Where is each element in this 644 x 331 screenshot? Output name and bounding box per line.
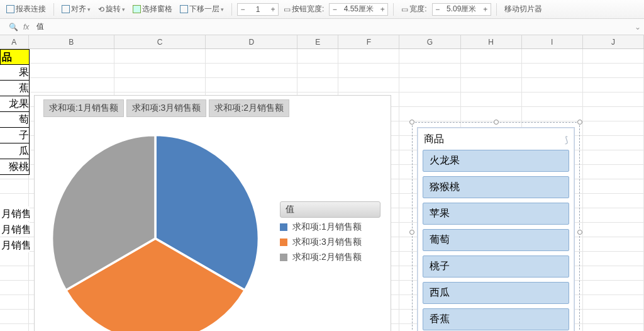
pie-chart-plot[interactable] (43, 130, 267, 331)
list-item[interactable]: 月销售 (0, 222, 30, 237)
list-item[interactable]: 龙果 (0, 96, 30, 112)
align-label: 对齐 (71, 4, 86, 14)
link-icon (6, 5, 14, 13)
button-width-stepper[interactable]: −4.55厘米+ (329, 3, 388, 16)
separator (393, 3, 394, 16)
plus-icon[interactable]: + (268, 5, 278, 14)
chart-legend[interactable]: 值 求和项:1月销售额求和项:3月销售额求和项:2月销售额 (280, 201, 390, 267)
width-icon: ▭ (401, 5, 408, 14)
search-icon[interactable]: 🔍 (9, 23, 18, 31)
separator (53, 3, 54, 16)
slicer-title: 商品 (424, 133, 444, 146)
width-label-text: 宽度: (409, 4, 426, 14)
slicer-item[interactable]: 苹果 (423, 203, 569, 225)
move-slicer-button[interactable]: 移动切片器 (502, 3, 545, 16)
formula-input[interactable] (34, 21, 626, 33)
list-item[interactable]: 蕉 (0, 81, 30, 96)
column-header[interactable]: I (522, 35, 583, 48)
minus-icon[interactable]: − (238, 5, 248, 14)
move-slicer-label: 移动切片器 (504, 4, 542, 14)
column-header[interactable]: B (29, 35, 114, 48)
list-item[interactable]: 萄 (0, 112, 30, 128)
slicer-header: 商品 ⟆ (423, 132, 569, 150)
chart-field-buttons: 求和项:1月销售额 求和项:3月销售额 求和项:2月销售额 (43, 99, 289, 117)
chevron-down-icon: ▾ (87, 6, 91, 13)
legend-label: 求和项:3月销售额 (292, 237, 362, 248)
legend-item[interactable]: 求和项:3月销售额 (280, 237, 390, 248)
expand-formula-icon[interactable]: ⌄ (631, 23, 644, 31)
list-item[interactable]: 子 (0, 128, 30, 143)
report-connection-label: 报表连接 (16, 4, 46, 14)
clear-filter-icon[interactable]: ⟆ (565, 135, 568, 145)
column-headers: ABCDEFGHIJ (0, 35, 644, 49)
legend-item[interactable]: 求和项:2月销售额 (280, 252, 390, 263)
fx-icon[interactable]: fx (23, 23, 29, 31)
align-button[interactable]: 对齐▾ (59, 3, 93, 16)
legend-title[interactable]: 值 (280, 201, 380, 218)
legend-item[interactable]: 求和项:1月销售额 (280, 222, 390, 233)
legend-label: 求和项:2月销售额 (292, 252, 362, 263)
report-connection-button[interactable]: 报表连接 (4, 3, 48, 16)
width-value: 5.09厘米 (443, 4, 480, 14)
width-icon: ▭ (284, 5, 291, 14)
minus-icon[interactable]: − (330, 5, 340, 14)
column-header[interactable]: G (399, 35, 460, 48)
slicer-item[interactable]: 葡萄 (423, 229, 569, 251)
column-header[interactable]: C (114, 35, 206, 48)
quantity-stepper[interactable]: −1+ (237, 3, 279, 16)
worksheet-area[interactable]: ABCDEFGHIJ 品 果蕉龙果萄子瓜猴桃 月销售月销售月销售 求和项:1月销… (0, 35, 644, 331)
quantity-value: 1 (248, 5, 268, 14)
list-item[interactable]: 月销售 (0, 238, 30, 252)
column-header[interactable]: F (338, 35, 399, 48)
legend-label: 求和项:1月销售额 (292, 222, 362, 233)
column-header[interactable]: E (297, 35, 338, 48)
slicer-selection-frame[interactable]: 商品 ⟆ 火龙果猕猴桃苹果葡萄桃子西瓜香蕉 (412, 122, 580, 331)
slicer-item[interactable]: 香蕉 (423, 308, 569, 330)
slicer[interactable]: 商品 ⟆ 火龙果猕猴桃苹果葡萄桃子西瓜香蕉 (417, 127, 575, 331)
separator (231, 3, 232, 16)
column-header[interactable]: A (0, 35, 29, 48)
button-width-label: ▭按钮宽度: (281, 3, 326, 16)
align-icon (62, 5, 70, 13)
slicer-item[interactable]: 桃子 (423, 255, 569, 278)
pie-svg (43, 130, 267, 331)
legend-swatch (280, 223, 287, 231)
layer-icon (180, 5, 188, 13)
send-backward-label: 下移一层 (189, 4, 219, 14)
list-item[interactable]: 猴桃 (0, 159, 30, 175)
rotate-button[interactable]: ⟲旋转▾ (96, 3, 128, 16)
pane-icon (133, 5, 141, 13)
resize-handle[interactable] (577, 230, 582, 235)
ribbon-toolbar: 报表连接 对齐▾ ⟲旋转▾ 选择窗格 下移一层▾ −1+ ▭按钮宽度: −4.5… (0, 0, 644, 19)
slicer-item[interactable]: 西瓜 (423, 282, 569, 304)
resize-handle[interactable] (409, 120, 414, 125)
separator (496, 3, 497, 16)
resize-handle[interactable] (409, 230, 414, 235)
rotate-label: 旋转 (106, 4, 121, 14)
plus-icon[interactable]: + (377, 5, 387, 14)
list-item[interactable]: 月销售 (0, 206, 30, 221)
minus-icon[interactable]: − (433, 5, 443, 14)
cell-a-header[interactable]: 品 (0, 49, 30, 65)
resize-handle[interactable] (577, 120, 582, 125)
formula-bar: 🔍 fx ⌄ (0, 19, 644, 35)
selection-pane-button[interactable]: 选择窗格 (130, 3, 175, 16)
chart-field-button[interactable]: 求和项:1月销售额 (43, 99, 124, 117)
rotate-icon: ⟲ (98, 5, 104, 14)
legend-swatch (280, 254, 287, 261)
chart-field-button[interactable]: 求和项:2月销售额 (209, 99, 289, 117)
list-item[interactable]: 瓜 (0, 143, 30, 159)
pivot-chart[interactable]: 求和项:1月销售额 求和项:3月销售额 求和项:2月销售额 值 求和项:1月销售… (34, 95, 391, 331)
column-header[interactable]: J (583, 35, 644, 48)
list-item[interactable]: 果 (0, 65, 30, 81)
slicer-item[interactable]: 火龙果 (423, 150, 569, 172)
send-backward-button[interactable]: 下移一层▾ (177, 3, 226, 16)
column-header[interactable]: H (461, 35, 522, 48)
resize-handle[interactable] (494, 120, 499, 125)
chart-field-button[interactable]: 求和项:3月销售额 (126, 99, 207, 117)
button-width-label-text: 按钮宽度: (292, 4, 324, 14)
plus-icon[interactable]: + (480, 5, 491, 14)
slicer-width-stepper[interactable]: −5.09厘米+ (432, 3, 491, 16)
column-header[interactable]: D (206, 35, 297, 48)
slicer-item[interactable]: 猕猴桃 (423, 176, 569, 198)
